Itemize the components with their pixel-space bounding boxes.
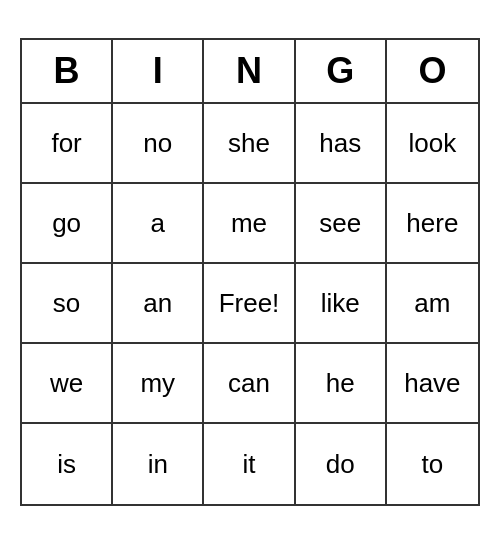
- cell-19[interactable]: have: [387, 344, 478, 424]
- cell-11[interactable]: an: [113, 264, 204, 344]
- header-o: O: [387, 40, 478, 102]
- cell-20[interactable]: is: [22, 424, 113, 504]
- bingo-body: for no she has look go a me see here so …: [22, 104, 478, 504]
- cell-9[interactable]: here: [387, 184, 478, 264]
- cell-4[interactable]: look: [387, 104, 478, 184]
- cell-7[interactable]: me: [204, 184, 295, 264]
- cell-6[interactable]: a: [113, 184, 204, 264]
- cell-13[interactable]: like: [296, 264, 387, 344]
- cell-8[interactable]: see: [296, 184, 387, 264]
- cell-10[interactable]: so: [22, 264, 113, 344]
- cell-17[interactable]: can: [204, 344, 295, 424]
- header-n: N: [204, 40, 295, 102]
- cell-24[interactable]: to: [387, 424, 478, 504]
- header-i: I: [113, 40, 204, 102]
- cell-18[interactable]: he: [296, 344, 387, 424]
- header-g: G: [296, 40, 387, 102]
- cell-3[interactable]: has: [296, 104, 387, 184]
- bingo-card: B I N G O for no she has look go a me se…: [20, 38, 480, 506]
- cell-16[interactable]: my: [113, 344, 204, 424]
- cell-23[interactable]: do: [296, 424, 387, 504]
- cell-14[interactable]: am: [387, 264, 478, 344]
- cell-12-free[interactable]: Free!: [204, 264, 295, 344]
- cell-21[interactable]: in: [113, 424, 204, 504]
- cell-0[interactable]: for: [22, 104, 113, 184]
- bingo-header: B I N G O: [22, 40, 478, 104]
- cell-2[interactable]: she: [204, 104, 295, 184]
- cell-5[interactable]: go: [22, 184, 113, 264]
- cell-22[interactable]: it: [204, 424, 295, 504]
- header-b: B: [22, 40, 113, 102]
- cell-15[interactable]: we: [22, 344, 113, 424]
- cell-1[interactable]: no: [113, 104, 204, 184]
